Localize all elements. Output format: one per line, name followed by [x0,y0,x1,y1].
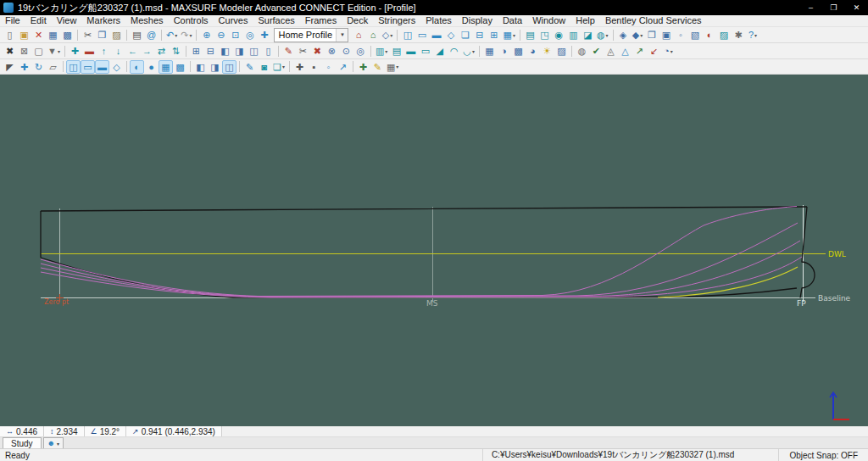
contour-sections-button[interactable]: ▥▾ [374,44,389,58]
redo-dropdown-icon[interactable]: ▾ [189,32,192,38]
menu-file[interactable]: File [0,15,25,26]
contour-waterlines-button[interactable]: ▬ [403,44,418,58]
remove-control-point-button[interactable]: ▬ [82,44,97,58]
menu-help[interactable]: Help [570,15,600,26]
saved-views-button[interactable]: ◇▾ [380,28,394,42]
redo-button[interactable]: ↷▾ [179,28,193,42]
pan-button[interactable]: ✚ [257,28,271,42]
preferences-button[interactable]: ✱ [732,28,746,42]
material-properties-button[interactable]: ▨ [717,28,732,42]
menu-display[interactable]: Display [457,15,498,26]
bond-edges-button[interactable]: ◫ [247,44,261,58]
close-design-button[interactable]: ✕ [31,28,46,42]
display-surface-mesh-button[interactable]: ▩ [173,60,187,74]
shade-wireframe-button[interactable]: ◫ [222,60,236,74]
net-visibility-button[interactable]: ▦ [482,44,497,58]
zoom-in-button[interactable]: ⊕ [199,28,214,42]
textures-button[interactable]: ▨ [554,44,569,58]
untrim-surface-button[interactable]: ✖ [310,44,325,58]
tile-horizontal-button[interactable]: ⊟ [472,28,487,42]
insert-row-button[interactable]: ⊞ [189,44,203,58]
half-model-button[interactable]: ◑ [497,44,511,58]
menu-frames[interactable]: Frames [300,15,342,26]
contour-buttocks-button[interactable]: ▤ [389,44,403,58]
curve-layers-dropdown-icon[interactable]: ▾ [282,64,285,69]
delete-selected-button[interactable]: ✖ [3,44,17,58]
object-snap-status[interactable]: Object Snap: OFF [778,449,868,461]
zoom-out-button[interactable]: ⊖ [214,28,228,42]
chevron-down-icon[interactable]: ▼ [336,29,348,42]
select-all-button[interactable]: ▢ [31,44,46,58]
marker-properties-button[interactable]: ◦ [321,60,336,74]
menu-markers[interactable]: Markers [81,15,125,26]
waterline-curve-1[interactable] [41,207,797,297]
profile-window-button[interactable]: ▭ [415,28,429,42]
shade-smooth-button[interactable]: ◨ [208,60,222,74]
surface-properties-button[interactable]: ◈ [616,28,631,42]
goal-seek-button[interactable]: ◬ [604,44,618,58]
waterline-curve-4[interactable] [41,257,802,297]
menu-view[interactable]: View [52,15,82,26]
menu-bentley-cloud-services[interactable]: Bentley Cloud Services [600,15,707,26]
save-all-button[interactable]: ▩ [60,28,75,42]
export-data-button[interactable]: ↗ [632,44,647,58]
menu-deck[interactable]: Deck [342,15,373,26]
move-row-down-button[interactable]: ↓ [111,44,125,58]
contour-diagonals-button[interactable]: ◢ [432,44,447,58]
duplicate-surface-button[interactable]: ❐ [645,28,659,42]
cut-button[interactable]: ✂ [81,28,95,42]
undo-button[interactable]: ↶▾ [164,28,179,42]
trim-surface-button[interactable]: ✂ [296,44,310,58]
display-full-model-button[interactable]: ● [144,60,159,74]
group-surfaces-button[interactable]: ◧ [218,44,232,58]
ungroup-surfaces-button[interactable]: ◨ [232,44,247,58]
contour-edges-button[interactable]: ▭ [418,44,432,58]
arrange-windows-button[interactable]: ▦▾ [501,28,516,42]
curve-pen-button[interactable]: ✎ [242,60,257,74]
new-design-button[interactable]: ▯ [3,28,17,42]
coefficients-button[interactable]: ◪ [581,28,595,42]
view-plan-button[interactable]: ▬ [95,60,109,74]
shade-flat-button[interactable]: ◧ [193,60,208,74]
help-topics-dropdown-icon[interactable]: ▾ [754,32,757,38]
menu-surfaces[interactable]: Surfaces [253,15,299,26]
assembly-tree-button[interactable]: ▣ [659,28,674,42]
view-perspective-button[interactable]: ◇ [109,60,124,74]
home-view-button[interactable]: ⌂ [351,28,365,42]
menu-plates[interactable]: Plates [420,15,457,26]
parametric-transformation-button[interactable]: △ [618,44,632,58]
colour-scheme-button[interactable]: ◐ [703,28,717,42]
intersect-surfaces-button[interactable]: ⊗ [325,44,339,58]
units-button[interactable]: ▥ [566,28,581,42]
tab-study[interactable]: Study [3,437,42,448]
check-surface-fairness-button[interactable]: ✔ [589,44,604,58]
grid-spacing-button[interactable]: ▤ [523,28,537,42]
background-image-button[interactable]: ▧ [688,28,703,42]
measure-distance-button[interactable]: ▱ [46,60,60,74]
scale-markers-button[interactable]: ↗ [336,60,350,74]
contour-sections-dropdown-icon[interactable]: ▾ [385,48,387,54]
rotate-view-button[interactable]: ↻ [31,60,46,74]
cascade-windows-button[interactable]: ❏ [458,28,472,42]
view-profile-button[interactable]: ▭ [81,60,95,74]
arrange-windows-dropdown-icon[interactable]: ▾ [513,32,515,38]
add-marker-button[interactable]: ✚ [292,60,307,74]
web-toolkit-button[interactable]: @ [144,28,159,42]
move-row-up-button[interactable]: ↑ [97,44,111,58]
move-column-left-button[interactable]: ← [125,44,140,58]
menu-edit[interactable]: Edit [25,15,52,26]
compact-control-points-button[interactable]: ⊠ [17,44,31,58]
move-column-right-button[interactable]: → [140,44,154,58]
surface-analysis-dropdown-icon[interactable]: ▾ [670,48,673,54]
new-curve-button[interactable]: ✚ [356,60,370,74]
plan-window-button[interactable]: ▬ [429,28,443,42]
import-data-button[interactable]: ↙ [647,44,661,58]
offset-surface-button[interactable]: ◎ [353,44,368,58]
tile-vertical-button[interactable]: ⊞ [487,28,501,42]
profile-viewport[interactable]: DWL Baseline MS FP Zero pt [0,75,868,426]
curvature-display-button[interactable]: ◠ [447,44,461,58]
align-column-button[interactable]: ⇅ [169,44,183,58]
zoom-extents-button[interactable]: ◎ [242,28,257,42]
menu-meshes[interactable]: Meshes [125,15,169,26]
menu-curves[interactable]: Curves [214,15,253,26]
